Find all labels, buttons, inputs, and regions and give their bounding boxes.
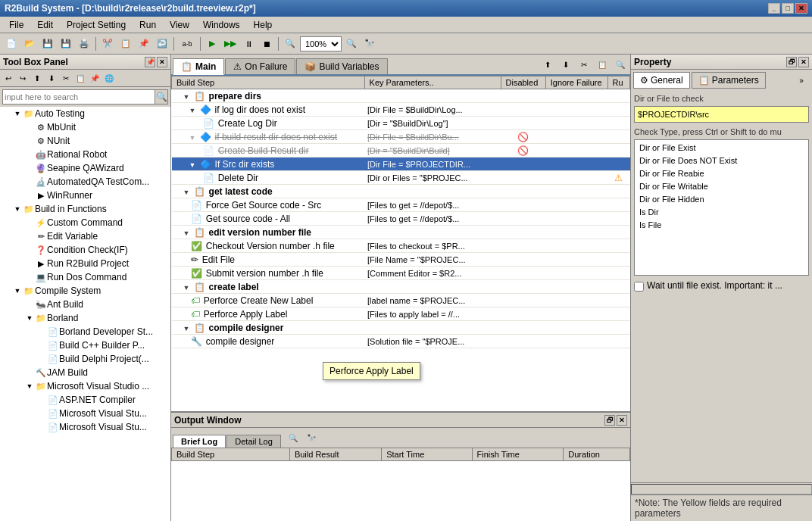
tree-item-borland-dev[interactable]: 📄 Borland Developer St... xyxy=(0,325,170,338)
table-row[interactable]: 🏷 Perforce Apply Label [Files to apply l… xyxy=(172,307,630,321)
ab-btn[interactable]: a-b xyxy=(177,36,197,52)
tab-brief-log[interactable]: Brief Log xyxy=(173,435,226,448)
prop-tab-parameters[interactable]: 📋 Parameters xyxy=(692,72,766,89)
table-row[interactable]: ✅ Checkout Version number .h file [Files… xyxy=(172,239,630,253)
toolbox-icon-3[interactable]: ⬆ xyxy=(30,71,44,85)
output-close-btn[interactable]: ✕ xyxy=(617,415,627,426)
toolbox-icon-5[interactable]: ✂ xyxy=(59,71,73,85)
prop-expand-btn[interactable]: » xyxy=(793,72,810,89)
zoom-select[interactable]: 100% 75% 150% xyxy=(300,36,342,51)
tree-item-auto-testing[interactable]: ▼ 📁 Auto Testing xyxy=(0,107,170,120)
tree-item-build-functions[interactable]: ▼ 📁 Build in Functions xyxy=(0,202,170,216)
table-row[interactable]: ▼ 📋 compile designer xyxy=(172,321,630,335)
print-btn[interactable]: 🖨️ xyxy=(76,36,92,52)
tree-item-run-dos[interactable]: 💻 Run Dos Command xyxy=(0,270,170,284)
table-row[interactable]: 📄 Create Build Result dir [Dir = "$Build… xyxy=(172,144,630,158)
table-row[interactable]: ▼ 📋 get latest code xyxy=(172,185,630,198)
cut-btn[interactable]: ✂️ xyxy=(99,36,116,52)
tree-item-borland[interactable]: ▼ 📁 Borland xyxy=(0,311,170,325)
tree-item-build-delphi[interactable]: 📄 Build Delphi Project(... xyxy=(0,352,170,366)
pause-btn[interactable]: ⏸ xyxy=(240,36,257,52)
zoom-in-btn[interactable]: 🔍 xyxy=(343,36,360,52)
tree-item-aspnet[interactable]: 📄 ASP.NET Compiler xyxy=(0,393,170,407)
tree-item-winrunner[interactable]: ▶ WinRunner xyxy=(0,189,170,202)
toolbox-icon-7[interactable]: 📌 xyxy=(88,71,102,85)
tab-icon-5[interactable]: 🔍 xyxy=(612,56,629,73)
output-icon-1[interactable]: 🔍 xyxy=(285,429,301,446)
save-all-btn[interactable]: 💾 xyxy=(58,36,74,52)
prop-close-btn[interactable]: ✕ xyxy=(798,57,809,67)
tree-item-automatedqa[interactable]: 🔬 AutomatedQA TestCom... xyxy=(0,175,170,189)
search-input[interactable] xyxy=(3,92,155,101)
tree-item-ms-vs[interactable]: ▼ 📁 Microsoft Visual Studio ... xyxy=(0,379,170,393)
minimize-button[interactable]: _ xyxy=(768,3,780,14)
table-row[interactable]: 📄 Force Get Source code - Src [Files to … xyxy=(172,198,630,212)
option-dir-writable[interactable]: Dir or File Writable xyxy=(636,180,807,192)
open-btn[interactable]: 📂 xyxy=(21,36,38,52)
option-dir-readable[interactable]: Dir or File Reabie xyxy=(636,167,807,179)
table-row[interactable]: ▼ 🔷 If Src dir exists [Dir File = $PROJE… xyxy=(172,158,630,171)
menu-windows[interactable]: Windows xyxy=(197,18,246,32)
dir-input[interactable] xyxy=(634,106,809,123)
toolbox-icon-6[interactable]: 📋 xyxy=(73,71,87,85)
menu-run[interactable]: Run xyxy=(133,18,162,32)
tree-item-custom-command[interactable]: ⚡ Custom Command xyxy=(0,216,170,229)
paste-btn[interactable]: 📌 xyxy=(136,36,152,52)
table-row[interactable]: ▼ 📋 create label xyxy=(172,280,630,294)
tree-item-seapine[interactable]: 🔮 Seapine QAWizard xyxy=(0,161,170,175)
tab-icon-2[interactable]: ⬇ xyxy=(557,56,574,73)
run1-btn[interactable]: ▶ xyxy=(204,36,220,52)
panel-pin-btn[interactable]: 📌 xyxy=(145,57,155,67)
zoom-fit-btn[interactable]: 🔭 xyxy=(361,36,378,52)
table-row[interactable]: 🏷 Perforce Create New Label [label name … xyxy=(172,294,630,307)
tree-item-compile-system[interactable]: ▼ 📁 Compile System xyxy=(0,284,170,298)
tab-icon-4[interactable]: 📋 xyxy=(594,56,611,73)
tab-icon-3[interactable]: ✂ xyxy=(576,56,592,73)
restore-button[interactable]: □ xyxy=(782,3,794,14)
menu-file[interactable]: File xyxy=(3,18,30,32)
tab-icon-1[interactable]: ⬆ xyxy=(539,56,556,73)
toolbox-icon-1[interactable]: ↩ xyxy=(2,71,15,85)
tab-on-failure[interactable]: ⚠ On Failure xyxy=(225,58,295,74)
tree-item-condition-check[interactable]: ❓ Condition Check(IF) xyxy=(0,243,170,257)
search-submit-icon[interactable]: 🔍 xyxy=(155,90,167,104)
table-row[interactable]: 📄 Create Log Dir [Dir = "$BuildDir\Log"] xyxy=(172,117,630,130)
undo-btn[interactable]: ↩️ xyxy=(154,36,170,52)
menu-view[interactable]: View xyxy=(164,18,195,32)
tree-item-mbunit[interactable]: ⚙ MbUnit xyxy=(0,120,170,134)
table-row[interactable]: 🔧 compile designer [Solution file = "$PR… xyxy=(172,335,630,348)
toolbox-icon-8[interactable]: 🌐 xyxy=(102,71,116,85)
tree-item-edit-variable[interactable]: ✏ Edit Variable xyxy=(0,229,170,243)
tab-build-variables[interactable]: 📦 Build Variables xyxy=(296,58,387,74)
option-is-file[interactable]: Is File xyxy=(636,219,807,231)
table-row[interactable]: ✏ Edit File [File Name = "$PROJEC... xyxy=(172,253,630,267)
wait-checkbox[interactable] xyxy=(634,282,644,292)
stop-btn[interactable]: ⏹ xyxy=(258,36,275,52)
option-dir-not-exist[interactable]: Dir or File Does NOT Exist xyxy=(636,154,807,167)
table-row[interactable]: ▼ 🔷 if build result dir does not exist [… xyxy=(172,130,630,144)
table-row[interactable]: ▼ 🔷 if log dir does not exist [Dir File … xyxy=(172,103,630,117)
table-row[interactable]: ▼ 📋 edit version number file xyxy=(172,226,630,239)
table-row[interactable]: ✅ Submit version number .h file [Comment… xyxy=(172,267,630,280)
zoom-out-btn[interactable]: 🔍 xyxy=(282,36,298,52)
output-restore-btn[interactable]: 🗗 xyxy=(604,415,615,426)
tree-item-ant-build[interactable]: 🐜 Ant Build xyxy=(0,298,170,311)
h-scrollbar[interactable] xyxy=(631,484,812,494)
tree-item-rational-robot[interactable]: 🤖 Rational Robot xyxy=(0,148,170,161)
tab-detail-log[interactable]: Detail Log xyxy=(226,435,281,448)
menu-help[interactable]: Help xyxy=(248,18,279,32)
option-dir-exist[interactable]: Dir or File Exist xyxy=(636,142,807,154)
toolbox-icon-2[interactable]: ↪ xyxy=(16,71,30,85)
prop-restore-btn[interactable]: 🗗 xyxy=(786,57,797,67)
option-dir-hidden[interactable]: Dir or File Hidden xyxy=(636,193,807,205)
table-row[interactable]: ▼ 📋 prepare dirs xyxy=(172,89,630,103)
save-btn[interactable]: 💾 xyxy=(39,36,56,52)
tree-item-build-cpp[interactable]: 📄 Build C++ Builder P... xyxy=(0,338,170,352)
tree-item-ms-vs1[interactable]: 📄 Microsoft Visual Stu... xyxy=(0,407,170,420)
option-is-dir[interactable]: Is Dir xyxy=(636,206,807,218)
copy-btn[interactable]: 📋 xyxy=(117,36,134,52)
tree-item-nunit[interactable]: ⚙ NUnit xyxy=(0,134,170,148)
tree-item-ms-vs2[interactable]: 📄 Microsoft Visual Stu... xyxy=(0,420,170,434)
table-row[interactable]: 📄 Get source code - All [Files to get = … xyxy=(172,212,630,226)
menu-project-setting[interactable]: Project Setting xyxy=(61,18,132,32)
